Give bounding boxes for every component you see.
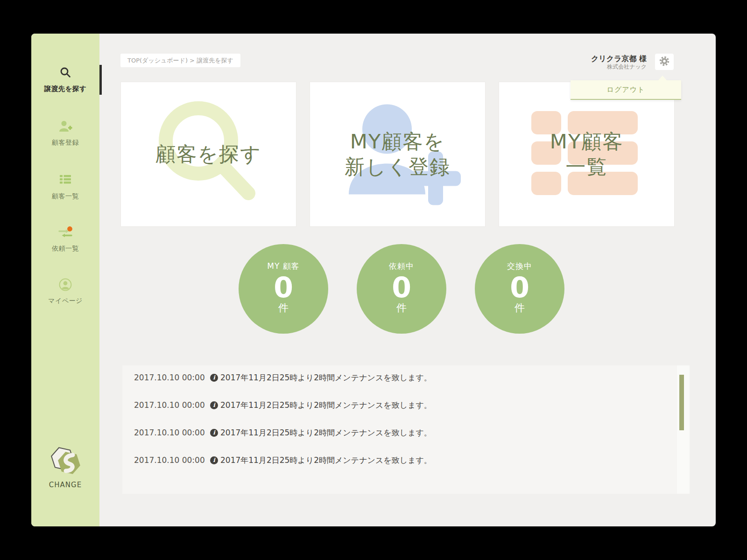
news-message: 2017年11月2日25時より2時間メンテナンスを致します。 <box>220 372 432 383</box>
info-icon: i <box>210 429 218 437</box>
search-icon <box>31 66 99 80</box>
change-logo: CHANGE <box>31 443 99 489</box>
sidebar-item-mypage[interactable]: マイページ <box>31 278 99 305</box>
list-icon <box>31 174 99 188</box>
stat-exchanging: 交換中 0 件 <box>475 244 564 334</box>
news-row: 2017.10.10 00:00 i 2017年11月2日25時より2時間メンテ… <box>122 370 673 385</box>
stat-label: 依頼中 <box>389 261 414 272</box>
card-title: 顧客を探す <box>155 142 261 167</box>
person-add-icon <box>31 120 99 134</box>
news-message: 2017年11月2日25時より2時間メンテナンスを致します。 <box>220 455 432 466</box>
change-logo-label: CHANGE <box>31 481 99 489</box>
stat-value: 0 <box>392 273 411 302</box>
user-block: クリクラ京都 様 株式会社ナック <box>591 54 647 70</box>
news-row: 2017.10.10 00:00 i 2017年11月2日25時より2時間メンテ… <box>122 425 673 440</box>
sidebar-item-find-transferee[interactable]: 譲渡先を探す <box>31 66 99 93</box>
stat-unit: 件 <box>396 302 407 314</box>
stat-label: 交換中 <box>507 261 532 272</box>
card-title: MY顧客 一覧 <box>550 129 623 180</box>
info-icon: i <box>210 374 218 382</box>
settings-button[interactable] <box>655 54 674 70</box>
sidebar-item-label: 依頼一覧 <box>52 245 79 252</box>
gear-icon <box>659 56 670 69</box>
stat-unit: 件 <box>514 302 525 314</box>
news-scrollbar-track <box>677 365 690 494</box>
app-window: 譲渡先を探す 顧客登録 <box>31 34 716 526</box>
info-icon: i <box>210 401 218 409</box>
stat-unit: 件 <box>278 302 289 314</box>
user-company: 株式会社ナック <box>591 63 647 70</box>
news-date: 2017.10.10 00:00 <box>134 428 205 437</box>
info-icon: i <box>210 456 218 464</box>
sidebar: 譲渡先を探す 顧客登録 <box>31 34 99 526</box>
card-find-customer[interactable]: 顧客を探す <box>120 82 296 227</box>
logout-button[interactable]: ログアウト <box>607 85 645 94</box>
user-name: クリクラ京都 様 <box>591 54 647 63</box>
card-my-customer-list[interactable]: MY顧客 一覧 <box>499 82 675 227</box>
sidebar-item-customer-register[interactable]: 顧客登録 <box>31 120 99 147</box>
screen: 譲渡先を探す 顧客登録 <box>0 0 747 560</box>
change-logo-icon <box>47 471 84 480</box>
notification-dot <box>67 226 72 231</box>
news-date: 2017.10.10 00:00 <box>134 455 205 465</box>
stat-label: MY 顧客 <box>267 261 299 272</box>
news-scrollbar-thumb[interactable] <box>679 375 684 430</box>
stat-value: 0 <box>274 273 293 302</box>
news-date: 2017.10.10 00:00 <box>134 373 205 382</box>
person-circle-icon <box>31 278 99 292</box>
breadcrumb[interactable]: TOP(ダッシュボード) > 譲渡先を探す <box>120 54 240 67</box>
stat-value: 0 <box>510 273 529 302</box>
dropdown-tail <box>658 76 667 80</box>
news-row: 2017.10.10 00:00 i 2017年11月2日25時より2時間メンテ… <box>122 453 673 468</box>
stat-requesting: 依頼中 0 件 <box>357 244 446 334</box>
active-item-indicator <box>99 65 102 95</box>
transfer-arrows-icon <box>31 226 99 240</box>
news-date: 2017.10.10 00:00 <box>134 400 205 410</box>
sidebar-item-label: マイページ <box>48 297 83 304</box>
news-message: 2017年11月2日25時より2時間メンテナンスを致します。 <box>220 400 432 411</box>
card-register-my-customer[interactable]: MY顧客を 新しく登録 <box>310 82 486 227</box>
sidebar-item-label: 譲渡先を探す <box>44 85 87 92</box>
action-cards: 顧客を探す MY顧客を 新しく登録 <box>120 82 675 227</box>
news-message: 2017年11月2日25時より2時間メンテナンスを致します。 <box>220 427 432 438</box>
sidebar-item-label: 顧客登録 <box>52 139 79 146</box>
card-title: MY顧客を 新しく登録 <box>345 129 451 180</box>
logout-menu[interactable]: ログアウト <box>571 80 681 100</box>
sidebar-item-label: 顧客一覧 <box>52 192 79 200</box>
stat-my-customers: MY 顧客 0 件 <box>239 244 328 334</box>
sidebar-item-customer-list[interactable]: 顧客一覧 <box>31 174 99 201</box>
news-row: 2017.10.10 00:00 i 2017年11月2日25時より2時間メンテ… <box>122 398 673 413</box>
sidebar-item-request-list[interactable]: 依頼一覧 <box>31 226 99 253</box>
news-panel: 2017.10.10 00:00 i 2017年11月2日25時より2時間メンテ… <box>122 365 690 494</box>
